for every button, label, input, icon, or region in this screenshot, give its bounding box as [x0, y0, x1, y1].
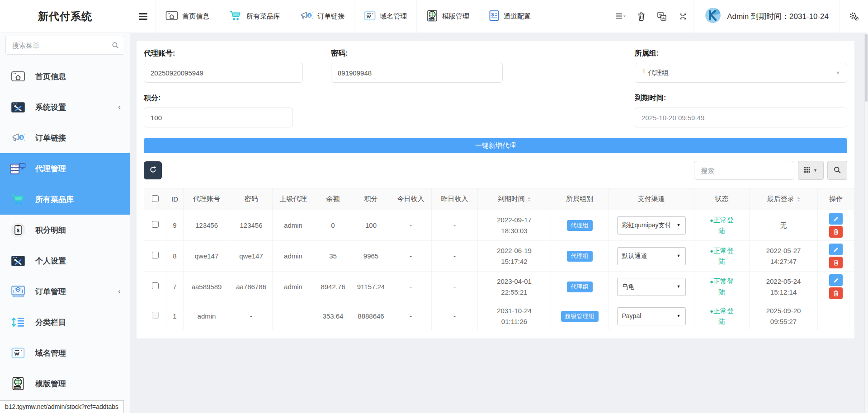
group-select[interactable]: └ 代理组 ▼: [635, 63, 847, 83]
megaphone-icon: $: [10, 132, 26, 144]
pay-channel-select[interactable]: Paypal▼: [617, 307, 686, 325]
tools-window-icon: [10, 102, 26, 113]
fullscreen-expand-button[interactable]: [672, 0, 693, 33]
sort-list-icon: [10, 316, 26, 329]
grid-columns-icon: [804, 167, 810, 174]
pay-channel-select[interactable]: 彩虹qumipay支付▼: [617, 216, 686, 235]
clear-cache-trash-button[interactable]: [631, 0, 651, 33]
sidebar: 首页信息 系统设置 ‹ $ 订单链接 代理管理 所有菜品库: [0, 33, 130, 413]
domain-browser-icon: [364, 10, 376, 23]
search-submit-button[interactable]: [827, 161, 847, 180]
column-visibility-button[interactable]: ▼: [798, 161, 824, 180]
tab-label: 所有菜品库: [246, 12, 280, 21]
expire-time: 2031-10-24 01:11:26: [493, 305, 536, 327]
sidebar-item-personal-settings[interactable]: 个人设置: [0, 245, 130, 276]
delete-button[interactable]: [829, 287, 843, 299]
tab-home-info[interactable]: 首页信息: [156, 0, 219, 33]
password-input[interactable]: [338, 69, 496, 77]
col-parent-agent: 上级代理: [273, 188, 314, 210]
page-scrollbar[interactable]: [864, 33, 868, 413]
sidebar-toggle-button[interactable]: [130, 0, 156, 33]
table-toolbar: ▼: [144, 161, 847, 180]
menu-label: 域名管理: [35, 348, 66, 358]
delete-button[interactable]: [829, 226, 843, 238]
settings-gears-button[interactable]: [840, 0, 868, 33]
password-label: 密码:: [331, 49, 616, 58]
html-globe-icon: HTML: [10, 377, 26, 390]
megaphone-icon: $: [300, 10, 313, 23]
chevron-left-icon: ‹: [118, 103, 121, 112]
user-account-dropdown[interactable]: Admin 到期时间：2031-10-24: [693, 0, 840, 33]
col-balance: 余额: [314, 188, 352, 210]
group-badge: 代理组: [567, 251, 593, 262]
svg-text:$: $: [308, 14, 311, 18]
col-password: 密码: [230, 188, 273, 210]
col-group: 所属组别: [551, 188, 609, 210]
menu-label: 所有菜品库: [35, 194, 74, 205]
col-last-login[interactable]: 最后登录▲▼: [750, 188, 818, 210]
status-badge: ●正常登陆: [707, 276, 737, 297]
expire-time: 2022-06-19 15:17:42: [493, 245, 536, 267]
svg-text:HTML: HTML: [14, 386, 21, 389]
row-checkbox[interactable]: [152, 252, 159, 258]
tab-all-dishes[interactable]: 所有菜品库: [219, 0, 290, 33]
sidebar-item-all-dishes[interactable]: 所有菜品库: [0, 184, 130, 215]
points-label: 积分:: [144, 94, 312, 103]
sidebar-item-order-link[interactable]: $ 订单链接: [0, 122, 130, 153]
row-checkbox-disabled: [152, 312, 159, 319]
create-agent-button[interactable]: 一键新增代理: [144, 138, 847, 153]
translate-language-button[interactable]: 文A: [651, 0, 672, 33]
sidebar-item-template-manage[interactable]: HTML 模版管理: [0, 368, 130, 399]
agent-account-input[interactable]: [151, 69, 296, 77]
row-checkbox[interactable]: [152, 221, 159, 228]
chevron-left-icon: ‹: [118, 287, 121, 296]
svg-text:A: A: [662, 16, 665, 20]
refresh-button[interactable]: [144, 161, 162, 179]
user-expire-text: Admin 到期时间：2031-10-24: [727, 11, 829, 22]
tab-template-manage[interactable]: HTML 模版管理: [416, 0, 479, 33]
group-label: 所属组:: [635, 49, 847, 58]
col-id: ID: [166, 188, 184, 210]
col-expire-time[interactable]: 到期时间▲▼: [478, 188, 551, 210]
home-browser-icon: [10, 70, 26, 82]
tab-list-dropdown-button[interactable]: [610, 0, 631, 33]
sidebar-item-order-manage[interactable]: 订单管理 ‹: [0, 276, 130, 307]
sidebar-item-home-info[interactable]: 首页信息: [0, 61, 130, 92]
last-login: 2022-05-24 15:12:14: [762, 276, 805, 297]
pay-channel-select[interactable]: 乌龟▼: [617, 278, 686, 296]
select-all-checkbox[interactable]: [152, 195, 159, 202]
col-actions: 操作: [818, 188, 854, 210]
points-input[interactable]: [151, 114, 286, 122]
tab-domain-manage[interactable]: 域名管理: [354, 0, 416, 33]
table-search-input[interactable]: [694, 161, 794, 180]
sidebar-item-domain-manage[interactable]: 域名管理: [0, 338, 130, 368]
table-row: 1 admin - 353.64 8888646 - - 2031-10-24 …: [144, 302, 854, 330]
top-header: 新代付系统 首页信息 所有菜品库 $ 订单链接 域名管理: [0, 0, 868, 33]
row-checkbox[interactable]: [152, 282, 159, 289]
sort-icon[interactable]: ▲▼: [797, 197, 800, 202]
expire-time-input[interactable]: [642, 114, 840, 122]
menu-label: 订单管理: [35, 286, 66, 297]
delete-button[interactable]: [829, 257, 843, 268]
sidebar-item-system-settings[interactable]: 系统设置 ‹: [0, 92, 130, 122]
col-status: 状态: [694, 188, 750, 210]
sidebar-item-agent-manage[interactable]: 代理管理: [0, 153, 130, 184]
expire-time: 2023-04-01 22:55:21: [493, 276, 536, 297]
table-row: 7 aa589589 aa786786 admin 8942.76 91157.…: [144, 272, 854, 302]
status-badge: ●正常登陆: [707, 215, 737, 236]
sidebar-menu-search-input[interactable]: [5, 36, 124, 55]
edit-button[interactable]: [829, 213, 843, 225]
circuit-board-icon: [10, 285, 26, 298]
tab-order-link[interactable]: $ 订单链接: [290, 0, 354, 33]
status-bar-url: b12.tgymw.net/admin/stock?ref=addtabs: [0, 400, 124, 413]
status-badge: ●正常登陆: [707, 305, 737, 327]
menu-label: 分类栏目: [35, 317, 66, 328]
sort-icon[interactable]: ▲▼: [528, 197, 531, 202]
sidebar-item-category-columns[interactable]: 分类栏目: [0, 307, 130, 338]
edit-button[interactable]: [829, 244, 843, 255]
pay-channel-select[interactable]: 默认通道▼: [617, 247, 686, 265]
sidebar-item-points-detail[interactable]: $ 积分明细: [0, 215, 130, 245]
tab-channel-config[interactable]: $ 通道配置: [479, 0, 540, 33]
edit-button[interactable]: [829, 274, 843, 286]
menu-label: 系统设置: [35, 102, 66, 113]
